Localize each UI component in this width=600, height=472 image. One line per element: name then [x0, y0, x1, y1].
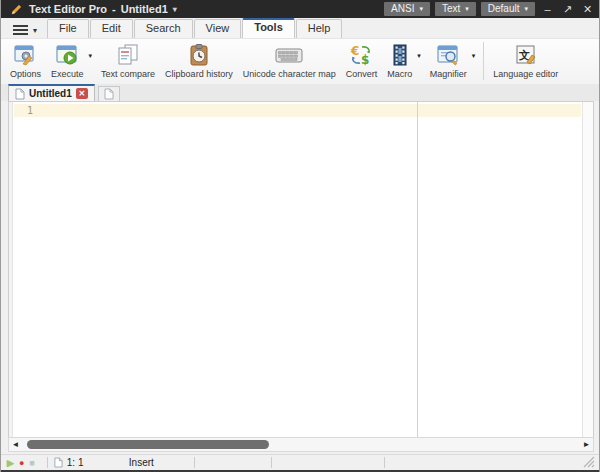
svg-text:€: € — [350, 44, 359, 58]
maximize-button[interactable]: ↗ — [560, 3, 575, 16]
document-icon — [15, 88, 25, 100]
execute-icon — [54, 42, 80, 68]
text-compare-label: Text compare — [101, 69, 155, 79]
macro-icon — [389, 42, 411, 68]
options-icon — [13, 42, 39, 68]
magnifier-label: Magnifier — [430, 69, 467, 79]
titlebar-controls: ANSI ▾ Text ▾ Default ▾ – ↗ ✕ — [384, 2, 595, 16]
resize-grip[interactable] — [582, 455, 595, 470]
status-separator — [271, 457, 272, 468]
macro-button[interactable]: Macro — [382, 41, 417, 80]
active-line-highlight — [14, 104, 581, 117]
clipboard-history-label: Clipboard history — [165, 69, 233, 79]
magnifier-dropdown-caret-icon[interactable]: ▾ — [472, 52, 476, 60]
new-document-icon — [104, 88, 114, 100]
bookmark-gutter — [9, 102, 13, 437]
unicode-character-map-icon — [274, 42, 304, 68]
app-window: Text Editor Pro - Untitled1 ▾ ANSI ▾ Tex… — [0, 0, 600, 472]
caret-position-doc-icon — [54, 457, 63, 468]
caret-down-icon: ▾ — [465, 5, 469, 13]
caret-position: 1: 1 — [67, 457, 95, 468]
document-tab-bar: Untitled1 ✕ — [1, 84, 599, 101]
magnifier-button[interactable]: Magnifier — [425, 41, 472, 80]
caret-down-icon: ▾ — [33, 26, 37, 35]
language-editor-label: Language editor — [493, 69, 558, 79]
caret-down-icon: ▾ — [419, 5, 423, 13]
minimize-button[interactable]: – — [540, 3, 555, 15]
status-separator — [47, 457, 48, 468]
tab-file[interactable]: File — [47, 19, 89, 38]
filetype-dropdown[interactable]: Text ▾ — [435, 2, 476, 16]
unicode-character-map-label: Unicode character map — [243, 69, 336, 79]
scroll-right-icon[interactable]: ► — [580, 440, 593, 449]
app-pencil-icon — [9, 2, 23, 16]
unicode-character-map-button[interactable]: Unicode character map — [238, 41, 341, 80]
menu-tab-row: ▾ File Edit Search View Tools Help — [1, 18, 599, 38]
tab-search[interactable]: Search — [134, 19, 193, 38]
title-caret-down-icon[interactable]: ▾ — [173, 5, 177, 14]
tools-ribbon: Options Execute ▾ Text compare — [1, 38, 599, 84]
options-label: Options — [10, 69, 41, 79]
scroll-left-icon[interactable]: ◄ — [9, 440, 22, 449]
language-editor-icon: 文 — [514, 42, 538, 68]
convert-button[interactable]: €$ Convert — [341, 41, 383, 80]
main-menu-button[interactable]: ▾ — [13, 25, 37, 35]
window-title-separator: - — [112, 3, 116, 15]
right-margin-line — [417, 102, 418, 437]
hamburger-icon — [13, 25, 28, 35]
macro-dropdown-caret-icon[interactable]: ▾ — [417, 52, 421, 60]
scrollbar-thumb[interactable] — [27, 440, 269, 449]
execute-button[interactable]: Execute — [46, 41, 89, 80]
close-document-icon[interactable]: ✕ — [76, 88, 88, 99]
window-title-app: Text Editor Pro — [29, 3, 107, 15]
window-title: Text Editor Pro - Untitled1 ▾ — [29, 3, 177, 15]
svg-text:$: $ — [361, 53, 369, 67]
caret-down-icon: ▾ — [524, 5, 528, 13]
line-number: 1 — [9, 104, 33, 117]
toolbar-separator — [483, 42, 484, 80]
horizontal-scrollbar[interactable]: ◄ ► — [8, 437, 594, 452]
text-compare-icon — [115, 42, 141, 68]
theme-value: Default — [488, 3, 520, 14]
window-title-document: Untitled1 — [121, 3, 168, 15]
record-macro-icon[interactable]: ● — [19, 458, 24, 468]
stop-macro-icon[interactable]: ■ — [29, 458, 34, 468]
close-button[interactable]: ✕ — [580, 3, 595, 16]
title-bar: Text Editor Pro - Untitled1 ▾ ANSI ▾ Tex… — [1, 0, 599, 18]
tab-view[interactable]: View — [194, 19, 242, 38]
filetype-value: Text — [442, 3, 460, 14]
macro-label: Macro — [387, 69, 412, 79]
status-separator — [194, 457, 195, 468]
execute-label: Execute — [51, 69, 84, 79]
document-tab-untitled1[interactable]: Untitled1 ✕ — [8, 84, 95, 101]
play-macro-icon[interactable]: ▶ — [7, 458, 14, 468]
editor-pane[interactable]: 1 — [8, 101, 594, 437]
language-editor-button[interactable]: 文 Language editor — [488, 41, 563, 80]
scrollbar-track[interactable] — [22, 438, 580, 451]
status-bar: ▶ ● ■ 1: 1 Insert — [1, 454, 599, 470]
convert-icon: €$ — [348, 42, 374, 68]
tab-edit[interactable]: Edit — [90, 19, 133, 38]
new-document-tab-button[interactable] — [98, 86, 120, 101]
options-button[interactable]: Options — [5, 41, 46, 80]
document-tab-title: Untitled1 — [29, 88, 72, 99]
status-separator — [384, 457, 385, 468]
convert-label: Convert — [346, 69, 378, 79]
magnifier-icon — [435, 42, 461, 68]
vertical-scrollbar[interactable] — [582, 102, 593, 437]
clipboard-history-icon — [187, 42, 211, 68]
theme-dropdown[interactable]: Default ▾ — [481, 2, 535, 16]
tab-tools[interactable]: Tools — [242, 18, 295, 38]
encoding-dropdown[interactable]: ANSI ▾ — [384, 2, 430, 16]
tab-help[interactable]: Help — [296, 19, 343, 38]
execute-dropdown-caret-icon[interactable]: ▾ — [89, 52, 93, 60]
text-compare-button[interactable]: Text compare — [96, 41, 160, 80]
clipboard-history-button[interactable]: Clipboard history — [160, 41, 238, 80]
insert-mode-indicator[interactable]: Insert — [129, 457, 154, 468]
encoding-value: ANSI — [391, 3, 414, 14]
